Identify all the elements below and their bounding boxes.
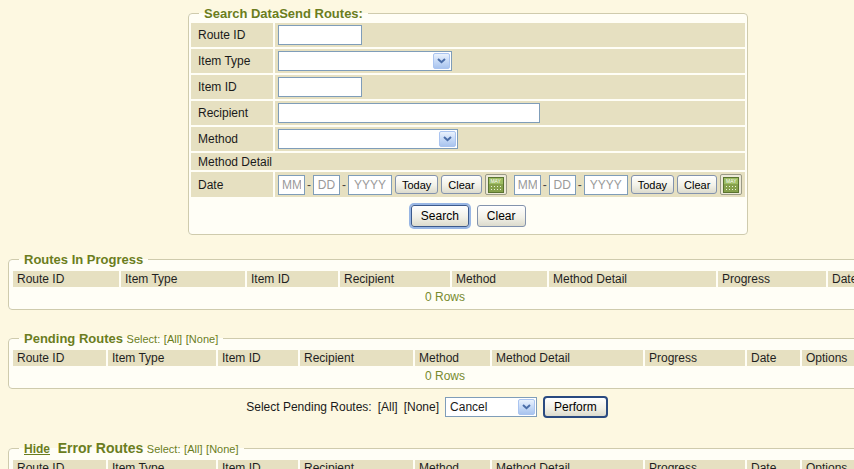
- empty-row: 0 Rows: [13, 289, 854, 305]
- chevron-down-icon: [433, 53, 450, 69]
- column-header: Item Type: [108, 350, 216, 366]
- item-id-label: Item ID: [191, 75, 273, 99]
- route-id-label: Route ID: [191, 23, 273, 47]
- routes-in-progress-table: Route ID Item Type Item ID Recipient Met…: [11, 269, 854, 307]
- column-header: Item ID: [218, 460, 298, 469]
- date-from-month-input[interactable]: [278, 175, 305, 195]
- error-hide-link[interactable]: Hide: [24, 442, 50, 456]
- item-id-row: Item ID: [191, 75, 745, 99]
- search-routes-form: Search DataSend Routes: Route ID Item Ty…: [188, 6, 748, 235]
- column-header: Progress: [645, 350, 745, 366]
- table-header-row: Route ID Item Type Item ID Recipient Met…: [13, 271, 854, 287]
- pending-select-label: Select:: [127, 333, 161, 345]
- method-detail-label: Method Detail: [191, 153, 745, 170]
- date-separator: -: [543, 178, 547, 192]
- column-header: Date: [747, 350, 800, 366]
- calendar-icon: MAY: [488, 177, 504, 193]
- pending-select-all-link[interactable]: [All]: [164, 333, 182, 345]
- chevron-down-icon: [439, 131, 456, 147]
- column-header: Progress: [645, 460, 745, 469]
- item-type-row: Item Type: [191, 49, 745, 73]
- date-to-clear-button[interactable]: Clear: [677, 175, 717, 194]
- routes-in-progress-section: Routes In Progress Route ID Item Type It…: [8, 252, 854, 310]
- column-header: Recipient: [300, 460, 413, 469]
- date-separator: -: [307, 178, 311, 192]
- date-separator: -: [578, 178, 582, 192]
- recipient-input[interactable]: [278, 103, 540, 123]
- date-to-year-input[interactable]: [584, 175, 628, 195]
- column-header: Method: [452, 271, 547, 287]
- column-header: Date: [828, 271, 854, 287]
- table-header-row: Route ID Item Type Item ID Recipient Met…: [13, 460, 854, 469]
- pending-routes-section: Pending Routes Select: [All] [None] Rout…: [8, 331, 854, 389]
- date-from-year-input[interactable]: [348, 175, 392, 195]
- column-header: Method: [415, 350, 490, 366]
- error-routes-table: Route ID Item Type Item ID Recipient Met…: [11, 458, 854, 469]
- pending-action-none-link[interactable]: [None]: [404, 400, 439, 414]
- error-select-none-link[interactable]: [None]: [206, 443, 238, 455]
- method-label: Method: [191, 127, 273, 151]
- date-from-today-button[interactable]: Today: [395, 175, 438, 194]
- column-header: Route ID: [13, 271, 119, 287]
- form-buttons-row: Search Clear: [191, 199, 745, 232]
- row-count-label: 0 Rows: [13, 368, 854, 384]
- method-select[interactable]: [278, 129, 458, 149]
- route-id-input[interactable]: [278, 25, 362, 45]
- column-header: Recipient: [300, 350, 413, 366]
- date-to-today-button[interactable]: Today: [631, 175, 674, 194]
- column-header: Item ID: [247, 271, 338, 287]
- route-id-row: Route ID: [191, 23, 745, 47]
- date-from-day-input[interactable]: [313, 175, 340, 195]
- item-id-input[interactable]: [278, 77, 362, 97]
- date-row: Date - - Today Clear MAY - - Today Cle: [191, 172, 745, 197]
- column-header: Progress: [718, 271, 826, 287]
- column-header: Method: [415, 460, 490, 469]
- date-separator: -: [342, 178, 346, 192]
- column-header: Method Detail: [492, 350, 643, 366]
- date-from-calendar-button[interactable]: MAY: [485, 174, 507, 195]
- column-header: Route ID: [13, 460, 106, 469]
- item-type-select[interactable]: [278, 51, 452, 71]
- recipient-label: Recipient: [191, 101, 273, 125]
- column-header: Date: [747, 460, 800, 469]
- error-routes-section: Hide Error Routes Select: [All] [None] R…: [8, 440, 854, 469]
- search-form-legend: Search DataSend Routes:: [199, 6, 368, 21]
- column-header: Method Detail: [492, 460, 643, 469]
- date-label: Date: [191, 172, 273, 197]
- pending-routes-table: Route ID Item Type Item ID Recipient Met…: [11, 348, 854, 386]
- method-detail-row: Method Detail: [191, 153, 745, 170]
- column-header: Recipient: [340, 271, 450, 287]
- method-row: Method: [191, 127, 745, 151]
- date-to-month-input[interactable]: [514, 175, 541, 195]
- perform-button[interactable]: Perform: [543, 396, 608, 418]
- date-to-day-input[interactable]: [549, 175, 576, 195]
- pending-action-label: Select Pending Routes:: [246, 400, 371, 414]
- empty-row: 0 Rows: [13, 368, 854, 384]
- clear-button[interactable]: Clear: [477, 205, 526, 227]
- search-button[interactable]: Search: [411, 205, 469, 227]
- item-type-label: Item Type: [191, 49, 273, 73]
- column-header: Item Type: [108, 460, 216, 469]
- routes-in-progress-legend: Routes In Progress: [19, 252, 148, 267]
- error-select-all-link[interactable]: [All]: [184, 443, 202, 455]
- column-header: Options: [802, 460, 854, 469]
- column-header: Item Type: [121, 271, 245, 287]
- pending-action-select[interactable]: Cancel: [445, 397, 537, 417]
- column-header: Method Detail: [549, 271, 716, 287]
- pending-select-none-link[interactable]: [None]: [186, 333, 218, 345]
- table-header-row: Route ID Item Type Item ID Recipient Met…: [13, 350, 854, 366]
- date-from-clear-button[interactable]: Clear: [441, 175, 481, 194]
- pending-actions-row: Select Pending Routes: [All] [None] Canc…: [0, 396, 854, 418]
- error-routes-legend: Error Routes: [58, 440, 144, 456]
- chevron-down-icon: [518, 399, 535, 415]
- pending-action-select-value: Cancel: [446, 400, 517, 414]
- calendar-icon: MAY: [723, 177, 739, 193]
- date-to-calendar-button[interactable]: MAY: [720, 174, 742, 195]
- pending-action-all-link[interactable]: [All]: [378, 400, 398, 414]
- column-header: Route ID: [13, 350, 106, 366]
- recipient-row: Recipient: [191, 101, 745, 125]
- pending-routes-legend: Pending Routes: [24, 331, 123, 346]
- row-count-label: 0 Rows: [13, 289, 854, 305]
- column-header: Item ID: [218, 350, 298, 366]
- error-select-label: Select:: [147, 443, 181, 455]
